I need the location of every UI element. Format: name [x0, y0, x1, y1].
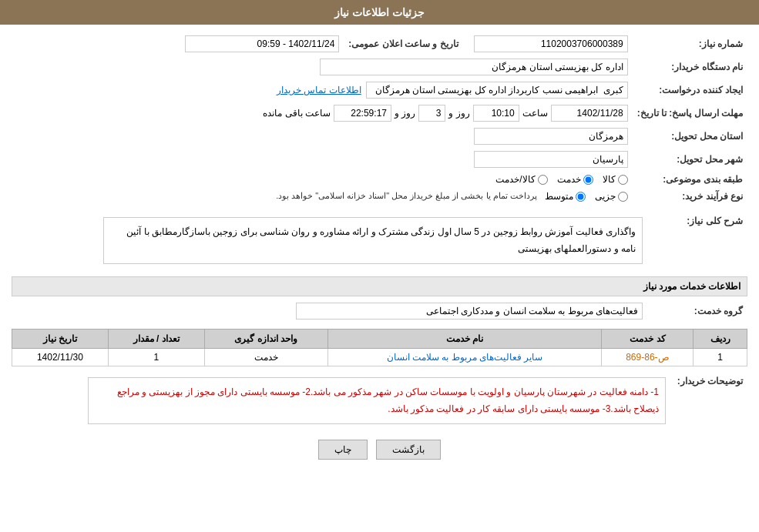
col-unit: واحد اندازه گیری — [204, 330, 327, 349]
buyer-org-label: نام دستگاه خریدار: — [633, 55, 747, 79]
buyer-org-input — [320, 59, 628, 75]
deadline-remaining-label-text: روز و — [395, 108, 415, 119]
city-input — [474, 151, 628, 168]
service-group-label: گروه خدمت: — [647, 299, 747, 323]
cell-code: ص-86-869 — [602, 349, 694, 366]
requester-contact-link[interactable]: اطلاعات تماس خریدار — [277, 85, 361, 95]
requester-input — [366, 82, 628, 99]
col-code: کد خدمت — [602, 330, 694, 349]
page-title: جزئیات اطلاعات نیاز — [334, 6, 425, 18]
page-header: جزئیات اطلاعات نیاز — [0, 0, 759, 25]
announcement-input — [185, 35, 339, 52]
city-label: شهر محل تحویل: — [633, 148, 747, 171]
requester-label: ایجاد کننده درخواست: — [633, 79, 747, 102]
purchase-type-label: نوع فرآیند خرید: — [633, 188, 747, 205]
category-label: طبقه بندی موضوعی: — [633, 171, 747, 188]
province-label: استان محل تحویل: — [633, 125, 747, 148]
deadline-remaining-input — [334, 105, 391, 122]
col-qty: تعداد / مقدار — [108, 330, 204, 349]
deadline-days-label: روز و — [448, 108, 469, 119]
purchase-type-jozi-radio[interactable]: جزیی — [595, 191, 628, 202]
back-button[interactable]: بازگشت — [376, 440, 441, 460]
description-label: شرح کلی نیاز: — [647, 211, 747, 270]
cell-row: 1 — [694, 349, 747, 366]
deadline-time-label: ساعت — [522, 108, 548, 119]
services-section-title: اطلاعات خدمات مورد نیاز — [12, 276, 747, 296]
purchase-type-note: پرداخت تمام یا بخشی از مبلغ خریداز محل "… — [276, 191, 537, 201]
category-kala-khedmat-radio[interactable]: کالا/خدمت — [495, 174, 547, 185]
remaining-label: ساعت باقی مانده — [263, 108, 331, 119]
need-number-input — [474, 35, 628, 52]
print-button[interactable]: چاپ — [318, 440, 368, 460]
col-date: تاریخ نیاز — [12, 330, 109, 349]
deadline-time-input — [473, 105, 519, 122]
services-table: ردیف کد خدمت نام خدمت واحد اندازه گیری ت… — [12, 329, 747, 366]
description-text: واگذاری فعالیت آموزش روابط زوجین در 5 سا… — [103, 217, 643, 264]
service-group-input — [296, 303, 643, 320]
table-row: 1 ص-86-869 سایر فعالیت‌های مربوط به سلام… — [12, 349, 747, 366]
col-name: نام خدمت — [327, 330, 602, 349]
cell-name[interactable]: سایر فعالیت‌های مربوط به سلامت انسان — [327, 349, 602, 366]
notes-label: توضیحات خریدار: — [670, 371, 747, 430]
province-input — [474, 128, 628, 145]
category-khedmat-radio[interactable]: خدمت — [557, 174, 593, 185]
button-row: بازگشت چاپ — [12, 440, 747, 460]
need-number-label: شماره نیاز: — [633, 32, 747, 55]
deadline-days-input — [418, 105, 445, 122]
deadline-date-input — [551, 105, 628, 122]
deadline-label: مهلت ارسال پاسخ: تا تاریخ: — [633, 102, 747, 125]
col-row: ردیف — [694, 330, 747, 349]
cell-qty: 1 — [108, 349, 204, 366]
cell-date: 1402/11/30 — [12, 349, 109, 366]
announcement-label: تاریخ و ساعت اعلان عمومی: — [344, 32, 462, 55]
purchase-type-motevaset-radio[interactable]: متوسط — [545, 191, 586, 202]
notes-text: 1- دامنه فعالیت در شهرستان پارسیان و اول… — [88, 377, 666, 424]
category-kala-radio[interactable]: کالا — [603, 174, 628, 185]
cell-unit: خدمت — [204, 349, 327, 366]
